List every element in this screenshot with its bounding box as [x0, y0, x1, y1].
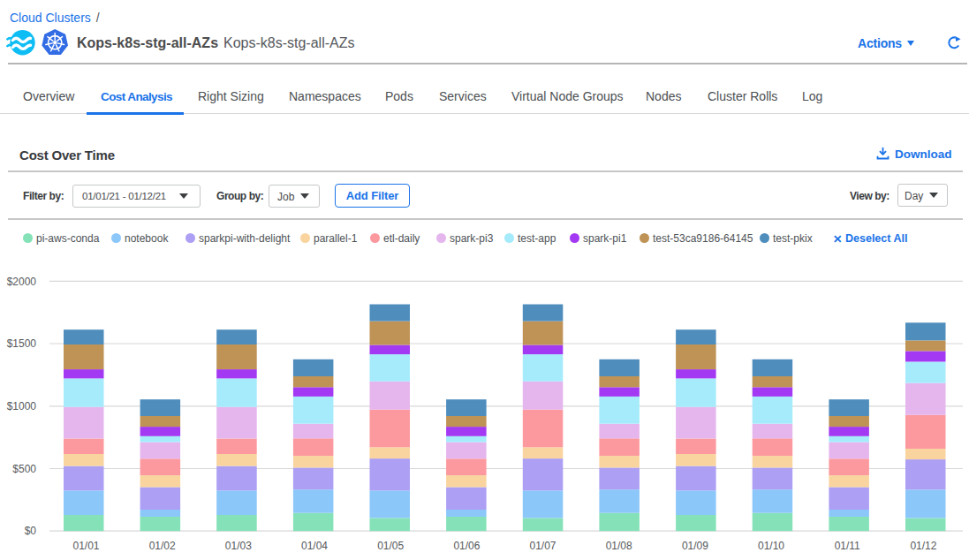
svg-text:$1500: $1500: [7, 337, 37, 350]
svg-text:$500: $500: [12, 463, 36, 475]
svg-text:01/09: 01/09: [682, 540, 708, 552]
svg-text:01/02: 01/02: [149, 540, 176, 552]
svg-text:01/01: 01/01: [72, 540, 99, 552]
svg-text:01/12: 01/12: [910, 540, 936, 552]
svg-text:01/03: 01/03: [225, 540, 252, 552]
svg-text:01/06: 01/06: [453, 540, 480, 552]
svg-text:01/07: 01/07: [529, 540, 556, 552]
svg-text:01/04: 01/04: [301, 540, 328, 552]
svg-text:$0: $0: [25, 525, 37, 537]
svg-text:01/05: 01/05: [377, 540, 404, 552]
svg-text:01/11: 01/11: [835, 540, 860, 552]
svg-text:01/08: 01/08: [606, 540, 632, 552]
svg-text:$1000: $1000: [7, 400, 37, 412]
svg-text:$2000: $2000: [7, 276, 37, 288]
svg-text:01/10: 01/10: [758, 540, 784, 552]
